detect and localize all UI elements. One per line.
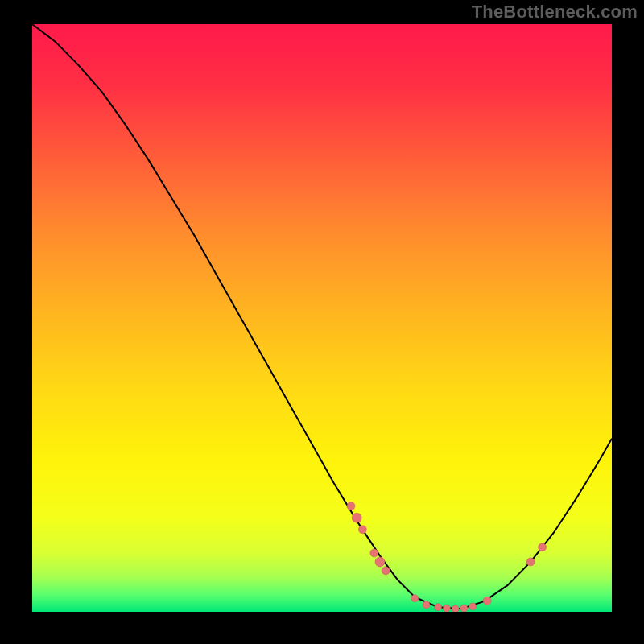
data-marker <box>460 605 468 612</box>
chart-frame: TheBottleneck.com <box>0 0 644 644</box>
data-marker <box>435 604 442 611</box>
watermark-label: TheBottleneck.com <box>472 2 638 23</box>
data-marker <box>370 549 378 557</box>
data-marker <box>469 603 477 610</box>
chart-canvas <box>32 24 612 612</box>
data-marker <box>526 558 535 566</box>
data-marker <box>423 601 430 609</box>
plot-area <box>32 24 612 612</box>
data-marker <box>539 543 547 551</box>
data-marker <box>347 502 355 510</box>
data-marker <box>382 567 390 575</box>
data-marker <box>358 526 366 534</box>
data-marker <box>443 605 450 612</box>
data-marker <box>483 597 491 605</box>
data-marker <box>352 513 361 522</box>
data-marker <box>375 557 385 567</box>
gradient-background <box>32 24 612 612</box>
data-marker <box>411 595 419 602</box>
data-marker <box>452 605 459 612</box>
